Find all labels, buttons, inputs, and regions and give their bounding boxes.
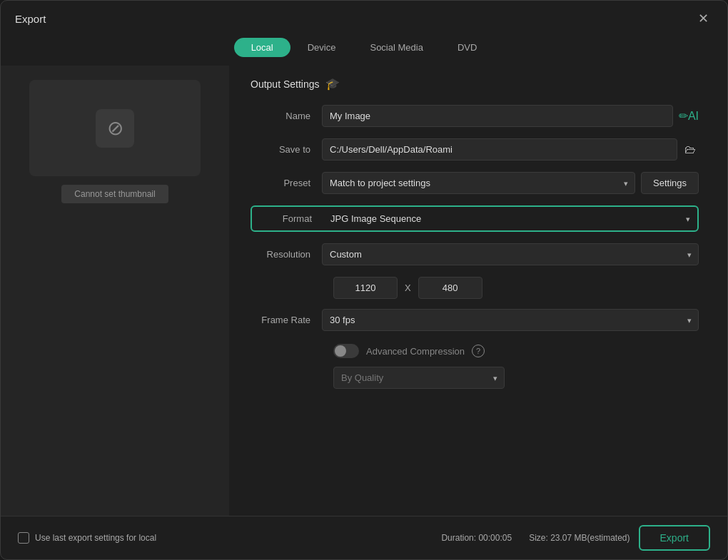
resolution-control: Custom ▾ <box>322 243 699 265</box>
preset-select[interactable]: Match to project settings <box>322 172 635 194</box>
use-last-settings-checkbox[interactable] <box>18 532 29 544</box>
format-label: Format <box>252 213 323 224</box>
resolution-row: Resolution Custom ▾ <box>251 243 699 265</box>
tab-device[interactable]: Device <box>290 38 353 57</box>
tab-social-media[interactable]: Social Media <box>353 38 440 57</box>
size-label: Size: 23.07 MB(estimated) <box>529 533 630 543</box>
use-last-settings-label[interactable]: Use last export settings for local <box>18 532 156 544</box>
resolution-select[interactable]: Custom <box>322 243 699 265</box>
name-control: ✏AI <box>322 105 699 127</box>
frame-rate-select-wrap: 30 fps ▾ <box>322 309 699 331</box>
main-content: ⊘ Cannot set thumbnail Output Settings 🎓… <box>1 66 727 516</box>
format-row-wrapper: Format JPG Image Sequence ▾ <box>251 205 699 232</box>
save-to-label: Save to <box>251 144 322 155</box>
save-to-input[interactable] <box>322 138 677 161</box>
frame-rate-row: Frame Rate 30 fps ▾ <box>251 309 699 331</box>
tab-dvd[interactable]: DVD <box>440 38 494 57</box>
preset-control: Match to project settings ▾ Settings <box>322 172 699 194</box>
advanced-compression-label: Advanced Compression <box>366 346 465 357</box>
toggle-thumb <box>335 345 346 357</box>
cannot-set-thumbnail-button[interactable]: Cannot set thumbnail <box>61 185 168 203</box>
tab-local[interactable]: Local <box>234 38 290 57</box>
resolution-height-input[interactable] <box>418 277 482 299</box>
save-to-row: Save to 🗁 <box>251 138 699 161</box>
grad-hat-icon: 🎓 <box>325 77 340 91</box>
dialog-title: Export <box>15 13 46 25</box>
tabs-bar: Local Device Social Media DVD <box>1 34 727 66</box>
right-panel: Output Settings 🎓 Name ✏AI Save to 🗁 <box>229 66 727 516</box>
res-x-label: X <box>405 282 411 293</box>
export-button[interactable]: Export <box>639 525 710 551</box>
duration-label: Duration: 00:00:05 <box>441 533 512 543</box>
footer: Use last export settings for local Durat… <box>1 516 727 559</box>
folder-browse-button[interactable]: 🗁 <box>682 141 699 159</box>
resolution-select-wrap: Custom ▾ <box>322 243 699 265</box>
name-input[interactable] <box>322 105 673 127</box>
export-dialog: Export ✕ Local Device Social Media DVD ⊘… <box>0 0 728 560</box>
advanced-compression-row: Advanced Compression ? <box>333 344 699 358</box>
resolution-width-input[interactable] <box>333 277 398 299</box>
preset-row: Preset Match to project settings ▾ Setti… <box>251 172 699 194</box>
name-row: Name ✏AI <box>251 105 699 127</box>
titlebar: Export ✕ <box>1 1 727 34</box>
section-title: Output Settings 🎓 <box>251 77 699 91</box>
footer-info: Duration: 00:00:05 Size: 23.07 MB(estima… <box>441 533 630 543</box>
frame-rate-label: Frame Rate <box>251 315 322 325</box>
save-to-control: 🗁 <box>322 138 699 161</box>
name-label: Name <box>251 111 322 121</box>
ai-icon[interactable]: ✏AI <box>679 109 699 123</box>
no-thumbnail-icon: ⊘ <box>96 109 134 148</box>
format-select[interactable]: JPG Image Sequence <box>323 210 697 228</box>
resolution-label: Resolution <box>251 249 322 260</box>
preset-select-wrap: Match to project settings ▾ <box>322 172 635 194</box>
by-quality-select[interactable]: By Quality <box>333 367 505 389</box>
by-quality-row: By Quality ▾ <box>333 367 699 389</box>
resolution-dimensions-row: X <box>333 277 699 299</box>
settings-button[interactable]: Settings <box>641 172 699 194</box>
close-button[interactable]: ✕ <box>694 11 713 26</box>
advanced-compression-toggle[interactable] <box>333 344 359 358</box>
help-icon[interactable]: ? <box>472 345 485 357</box>
thumbnail-preview: ⊘ <box>29 80 201 176</box>
by-quality-select-wrap: By Quality ▾ <box>333 367 505 389</box>
frame-rate-select[interactable]: 30 fps <box>322 309 699 331</box>
format-select-wrap: JPG Image Sequence ▾ <box>323 210 697 228</box>
preset-label: Preset <box>251 178 322 188</box>
output-settings-label: Output Settings <box>251 78 320 90</box>
frame-rate-control: 30 fps ▾ <box>322 309 699 331</box>
left-panel: ⊘ Cannot set thumbnail <box>1 66 229 516</box>
